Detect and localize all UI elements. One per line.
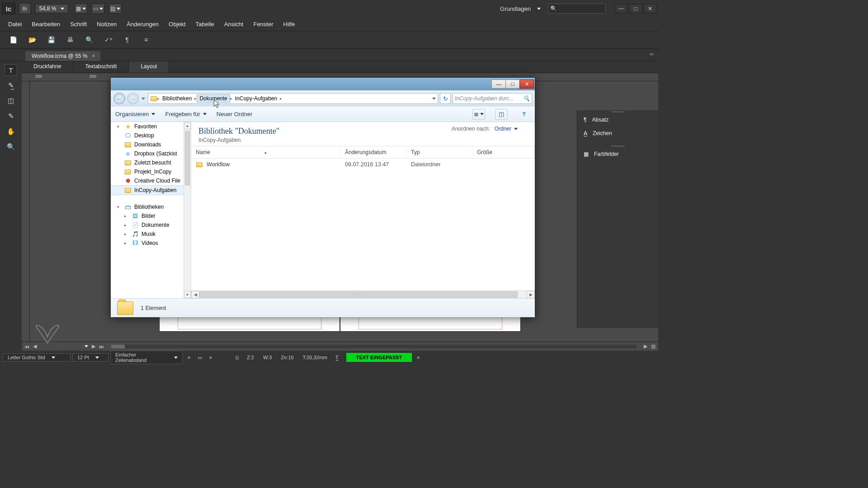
menu-tabelle[interactable]: Tabelle (191, 19, 219, 29)
eyedropper-tool-icon[interactable]: ✎ (5, 110, 17, 122)
type-tool-icon[interactable]: T (5, 64, 17, 76)
open-icon[interactable]: 📂 (27, 35, 37, 44)
nav-forward-button[interactable]: → (127, 93, 139, 104)
paragraph-icon[interactable]: ¶ (122, 35, 132, 44)
info-icon[interactable]: ⎙ (232, 353, 241, 361)
new-doc-icon[interactable]: 📄 (8, 35, 18, 44)
view-tab-layout[interactable]: Layout (129, 61, 169, 73)
scroll-right-icon[interactable]: ▶ (644, 343, 647, 349)
new-folder-button[interactable]: Neuer Ordner (217, 111, 252, 117)
save-icon[interactable]: 💾 (46, 35, 56, 44)
screen-mode-icon[interactable]: ▭ (92, 4, 104, 14)
expand-icon[interactable]: ▸ (124, 241, 129, 245)
tree-item-cc[interactable]: ⬢Creative Cloud File (111, 176, 191, 185)
explorer-minimize-button[interactable]: — (491, 80, 506, 89)
column-header-date[interactable]: Änderungsdatum (340, 146, 406, 158)
panel-absatz[interactable]: ¶ Absatz (577, 113, 658, 127)
tree-item-videos[interactable]: ▸🎞Videos (111, 239, 191, 248)
scroll-thumb[interactable] (185, 131, 190, 185)
minimize-button[interactable]: — (615, 4, 627, 13)
overflow-icon[interactable]: ≡ (141, 35, 151, 44)
sidebar-scrollbar[interactable]: ▲ ▼ (184, 122, 191, 298)
tree-item-downloads[interactable]: Downloads (111, 140, 191, 149)
align-icon[interactable]: ▭ (195, 353, 204, 361)
h-scroll[interactable] (111, 345, 637, 348)
breadcrumb-segment[interactable]: Dokumente (197, 94, 230, 103)
menu-fenster[interactable]: Fenster (249, 19, 278, 29)
panel-farbfelder[interactable]: ▦ Farbfelder (577, 147, 658, 161)
explorer-close-button[interactable]: ✕ (519, 80, 534, 89)
maximize-button[interactable]: □ (629, 4, 642, 13)
view-tab-textabschnitt[interactable]: Textabschnitt (73, 61, 129, 73)
print-icon[interactable]: 🖶 (65, 35, 75, 44)
overflow-icon[interactable]: ≡ (414, 353, 423, 361)
chevron-right-icon[interactable]: ▸ (280, 96, 282, 101)
leading-dropdown[interactable]: Einfacher Zeilenabstand (110, 351, 183, 364)
explorer-title-bar[interactable]: — □ ✕ (111, 78, 535, 90)
menu-bearbeiten[interactable]: Bearbeiten (27, 19, 65, 29)
doc-tab[interactable]: Workflow.icma @ 55 % × (25, 51, 100, 61)
tree-item-desktop[interactable]: 🖵Desktop (111, 131, 191, 140)
help-search[interactable]: 🔍 (548, 4, 606, 14)
close-button[interactable]: ✕ (644, 4, 656, 13)
zoom-tool-icon[interactable]: 🔍 (5, 141, 17, 153)
share-button[interactable]: Freigeben für (165, 111, 206, 117)
column-header-type[interactable]: Typ (406, 146, 472, 158)
scroll-right-icon[interactable]: ▶ (527, 291, 535, 298)
refresh-button[interactable]: ↻ (440, 93, 451, 104)
menu-schrift[interactable]: Schrift (66, 19, 91, 29)
font-size-dropdown[interactable]: 12 Pt (72, 353, 108, 361)
split-view-icon[interactable]: ▥ (651, 343, 656, 349)
panel-zeichen[interactable]: A̲ Zeichen (577, 127, 658, 140)
content-h-scrollbar[interactable]: ◀ ⋮⋮⋮ ▶ (191, 290, 535, 298)
expand-icon[interactable]: ▸ (124, 214, 129, 218)
column-header-size[interactable]: Größe (472, 146, 535, 158)
scroll-thumb[interactable]: ⋮⋮⋮ (199, 291, 518, 298)
expand-icon[interactable]: ▸ (124, 232, 129, 236)
file-row[interactable]: Workflow 09.07.2016 13:47 Dateiordner (191, 159, 535, 170)
find-icon[interactable]: 🔍 (84, 35, 94, 44)
close-tab-icon[interactable]: × (92, 53, 95, 59)
tree-libraries[interactable]: ▾ 🗃 Bibliotheken (111, 202, 191, 211)
menu-aenderungen[interactable]: Änderungen (122, 19, 163, 29)
scroll-up-icon[interactable]: ▲ (184, 122, 191, 129)
nav-back-button[interactable]: ← (113, 93, 125, 104)
address-bar[interactable]: ▸ Bibliotheken ▸ Dokumente ▸ InCopy-Aufg… (148, 93, 438, 104)
tree-item-projekt[interactable]: Projekt_InCopy (111, 167, 191, 176)
view-mode-button[interactable]: ≣ (472, 109, 485, 120)
explorer-search-input[interactable]: InCopy-Aufgaben durc... 🔍 (453, 93, 532, 104)
zoom-dropdown[interactable]: 54,8 % (35, 4, 68, 13)
collapse-icon[interactable]: ▾ (117, 205, 122, 209)
view-tab-druckfahne[interactable]: Druckfahne (22, 61, 73, 73)
menu-hilfe[interactable]: Hilfe (279, 19, 300, 29)
tree-item-incopy[interactable]: InCopy-Aufgaben (111, 185, 191, 195)
tree-item-dokumente[interactable]: ▸📄Dokumente (111, 221, 191, 230)
explorer-maximize-button[interactable]: □ (505, 80, 520, 89)
align-icon[interactable]: ≡ (184, 353, 193, 361)
page-dropdown-icon[interactable] (85, 345, 88, 347)
tree-item-bilder[interactable]: ▸🖼Bilder (111, 211, 191, 221)
note-tool-icon[interactable]: ✎̲ (5, 80, 17, 91)
nav-history-dropdown[interactable] (142, 98, 145, 100)
collapse-icon[interactable]: ▾ (117, 124, 122, 129)
menu-notizen[interactable]: Notizen (92, 19, 121, 29)
workspace-switcher[interactable]: Grundlagen (500, 5, 541, 12)
first-page-icon[interactable]: ⏮ (24, 344, 29, 349)
tree-item-recent[interactable]: Zuletzt besucht (111, 158, 191, 167)
font-family-dropdown[interactable]: Letter Gothic Std (3, 353, 71, 361)
arrange-dropdown[interactable]: Ordner (495, 126, 518, 132)
scroll-down-icon[interactable]: ▼ (184, 291, 191, 298)
spellcheck-icon[interactable]: ✓ᵃ (103, 35, 113, 44)
hand-tool-icon[interactable]: ✋ (5, 126, 17, 137)
breadcrumb-segment[interactable]: Bibliotheken (160, 94, 194, 103)
bridge-badge[interactable]: Br (19, 3, 31, 14)
view-options-icon[interactable]: ▦ (75, 4, 87, 14)
next-page-icon[interactable]: ▶ (92, 343, 95, 349)
menu-objekt[interactable]: Objekt (164, 19, 190, 29)
tree-item-dropbox[interactable]: ⧈Dropbox (Satzkist (111, 149, 191, 158)
tree-item-musik[interactable]: ▸🎵Musik (111, 230, 191, 239)
address-dropdown-icon[interactable] (432, 98, 436, 100)
menu-ansicht[interactable]: Ansicht (220, 19, 248, 29)
tree-favorites[interactable]: ▾ ★ Favoriten (111, 122, 191, 131)
expand-icon[interactable]: ▸ (124, 223, 129, 227)
